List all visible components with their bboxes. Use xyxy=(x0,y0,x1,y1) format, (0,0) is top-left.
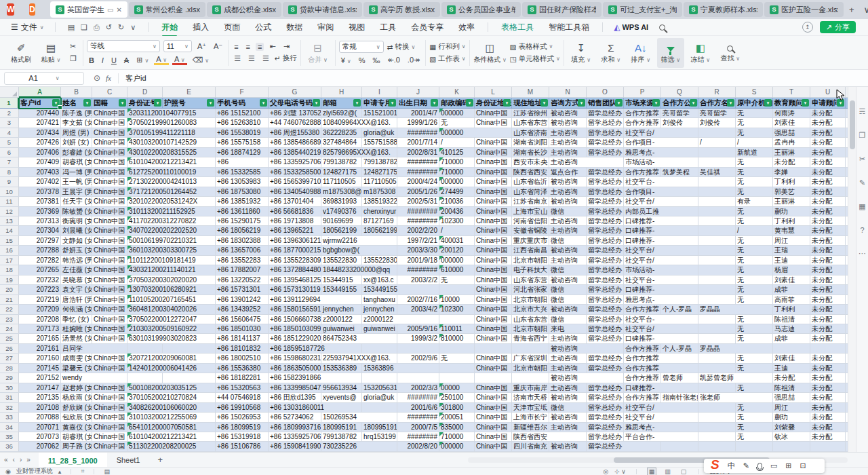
cell[interactable]: 360103200303300725 xyxy=(127,246,163,254)
cell[interactable]: ######## xyxy=(397,265,439,274)
cell[interactable]: 未分配 xyxy=(810,128,846,137)
cell[interactable]: 刘素佳 xyxy=(773,276,810,284)
number-format-select[interactable]: 常规∨ xyxy=(339,41,384,53)
cell[interactable]: ######## xyxy=(397,207,439,216)
cell[interactable]: China中国 xyxy=(475,324,512,333)
cell[interactable]: 无 xyxy=(439,276,475,284)
cell[interactable]: wjrmw2216 xyxy=(321,236,362,245)
cell[interactable]: China中国 xyxy=(92,413,127,421)
cell[interactable]: 西安市未央 xyxy=(512,157,549,166)
save-icon[interactable]: ▤ xyxy=(68,23,75,32)
cell[interactable]: 207071 xyxy=(19,423,61,432)
cell[interactable]: 主动咨询 xyxy=(549,157,587,166)
row-header-26[interactable]: 26 xyxy=(0,344,19,353)
collapse-arrow-icon[interactable]: ▴ xyxy=(58,468,62,475)
row-header-20[interactable]: 20 xyxy=(0,285,19,294)
cell[interactable]: 陈敏赟 (女 xyxy=(61,207,92,216)
cell[interactable]: 630103199903020823 xyxy=(127,334,163,343)
edit-icon[interactable]: ✎ xyxy=(859,178,865,187)
cell[interactable]: 北京市朝阳 xyxy=(512,324,549,333)
tab-list-chevron-icon[interactable]: ∨ xyxy=(860,5,868,15)
cell[interactable]: 留学总经办 xyxy=(587,216,624,225)
cell[interactable]: 000000 xyxy=(439,256,475,265)
bold-button[interactable]: B xyxy=(87,56,96,64)
cell[interactable]: 胡睿琪 (女 xyxy=(61,157,92,166)
fill-button[interactable]: ↧ 填充 ∨ xyxy=(568,38,595,68)
cell[interactable] xyxy=(661,187,698,196)
column-header-B[interactable]: B xyxy=(61,87,92,98)
cell[interactable]: 未分配 xyxy=(810,216,846,225)
cell[interactable]: 江苏省徐州 xyxy=(512,109,549,117)
filter-dropdown-icon[interactable]: ▾ xyxy=(431,99,438,107)
cell[interactable]: wendy xyxy=(61,373,92,382)
cell[interactable]: jennychen xyxy=(362,305,397,314)
cell[interactable] xyxy=(163,373,216,382)
cell[interactable] xyxy=(439,373,475,382)
header-cell[interactable]: 咨询方式▾ xyxy=(549,98,587,108)
cell[interactable]: 2001/9/18 xyxy=(397,256,439,265)
cell[interactable]: 社交平台- xyxy=(624,276,661,284)
cell[interactable]: 李婵 xyxy=(773,168,810,176)
row-header-18[interactable]: 18 xyxy=(0,265,19,274)
cell[interactable]: 天津市宝坻 xyxy=(512,403,549,412)
cell[interactable]: 陈祖清 xyxy=(773,315,810,324)
cell[interactable]: 710000 xyxy=(439,157,475,166)
filter-dropdown-icon[interactable]: ▾ xyxy=(503,99,511,107)
cell[interactable] xyxy=(127,344,163,353)
cell[interactable]: 汤景然 (女 xyxy=(61,334,92,343)
cut-panel-icon[interactable]: ✂ xyxy=(859,155,865,164)
cell[interactable]: 留学总经办 xyxy=(587,276,624,284)
row-header-4[interactable]: 4 xyxy=(0,128,19,137)
align-left-icon[interactable]: ☰ xyxy=(232,54,243,63)
cell[interactable]: China中国 xyxy=(92,216,127,225)
filter-dropdown-icon[interactable]: ▾ xyxy=(764,99,772,107)
cell[interactable]: 亮哥留学 xyxy=(698,109,736,117)
export-icon[interactable]: ❏ xyxy=(81,23,87,32)
docer-icon[interactable]: D xyxy=(29,3,35,16)
row-header-36[interactable]: 36 xyxy=(0,442,19,451)
cell[interactable]: 王丽淋 xyxy=(773,148,810,157)
cell[interactable]: +86 15986802311 xyxy=(269,354,321,362)
cell[interactable]: 合作方推荐 xyxy=(624,118,661,127)
cell[interactable] xyxy=(698,334,736,343)
cell[interactable]: 返点合作 xyxy=(549,168,587,176)
cell[interactable]: 留学总经办 xyxy=(587,207,624,216)
header-cell[interactable]: 国籍▾ xyxy=(92,98,127,108)
column-header-Q[interactable]: Q xyxy=(661,87,698,98)
cell[interactable]: 广东省深圳 xyxy=(512,354,549,362)
cell[interactable] xyxy=(698,207,736,216)
cell[interactable]: 360481200304020026 xyxy=(127,305,163,314)
cell[interactable]: 2002/5/31 xyxy=(397,197,439,206)
cell[interactable]: China中国 xyxy=(475,442,512,451)
cell[interactable]: 310103200212255069 xyxy=(127,413,163,421)
cell[interactable]: 被动咨询 xyxy=(549,276,587,284)
cell[interactable]: 市场活动- xyxy=(624,265,661,274)
menu-tab-效率[interactable]: 效率 xyxy=(451,20,482,35)
cell[interactable]: 1999/3/2 xyxy=(397,334,439,343)
header-cell[interactable]: 手机号码▾ xyxy=(216,98,269,108)
cell[interactable]: +86 1533258500 xyxy=(269,168,321,176)
cell[interactable]: 被动咨询 xyxy=(549,118,587,127)
cell[interactable]: 杨眉 xyxy=(773,265,810,274)
cell[interactable]: 被动咨询 xyxy=(549,305,587,314)
cell[interactable]: 117110505 xyxy=(362,177,397,186)
cell[interactable]: m1875308@ xyxy=(321,187,362,196)
cell[interactable] xyxy=(397,344,439,353)
filter-dropdown-icon[interactable]: ▾ xyxy=(727,99,734,107)
cell[interactable]: 济南市天桥 xyxy=(512,393,549,402)
cell[interactable]: 无 xyxy=(736,256,773,265)
cell[interactable]: 青海省西宁 xyxy=(512,334,549,343)
column-header-K[interactable]: K xyxy=(439,87,475,98)
cell[interactable] xyxy=(92,344,127,353)
cell[interactable]: China中国 xyxy=(92,197,127,206)
sheet-nav-icon-3[interactable]: » xyxy=(26,456,31,463)
cell[interactable]: 无 xyxy=(736,187,773,196)
cell[interactable]: 2000/4/24 xyxy=(397,177,439,186)
cell[interactable]: 207378 xyxy=(19,187,61,196)
cell[interactable] xyxy=(661,138,698,147)
cell[interactable]: 301800 xyxy=(439,403,475,412)
cell[interactable]: +86 19910568 xyxy=(216,403,269,412)
cell[interactable]: 2001/4/7 xyxy=(397,109,439,117)
cell[interactable]: China中国 xyxy=(475,432,512,441)
cell[interactable]: 刘晨曦 (女 xyxy=(61,226,92,235)
